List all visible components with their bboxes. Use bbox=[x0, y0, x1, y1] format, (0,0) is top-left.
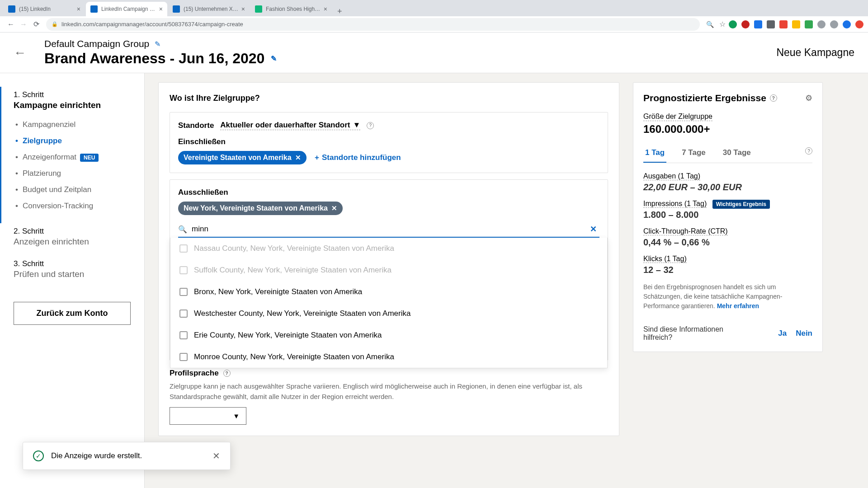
ctr-value: 0,44 % – 0,66 % bbox=[643, 237, 812, 248]
feedback-no-button[interactable]: Nein bbox=[796, 329, 812, 338]
favicon bbox=[173, 5, 180, 13]
location-chip-include[interactable]: Vereinigte Staaten von Amerika ✕ bbox=[178, 151, 307, 164]
suggestion-item[interactable]: Erie County, New York, Vereinigte Staate… bbox=[170, 324, 607, 346]
profile-language-section: Profilsprache ? Zielgruppe kann je nach … bbox=[170, 369, 608, 425]
audience-size-value: 160.000.000+ bbox=[643, 123, 812, 136]
avatar-icon[interactable] bbox=[843, 20, 851, 28]
suggestion-item[interactable]: Westchester County, New York, Vereinigte… bbox=[170, 303, 607, 324]
browser-tabs: (15) LinkedIn × LinkedIn Campaign Manage… bbox=[0, 0, 868, 16]
gear-icon[interactable]: ⚙ bbox=[805, 93, 812, 103]
suggestion-item[interactable]: Monroe County, New York, Vereinigte Staa… bbox=[170, 346, 607, 368]
suggestion-item: Suffolk County, New York, Vereinigte Sta… bbox=[170, 259, 607, 281]
help-icon[interactable]: ? bbox=[805, 147, 812, 155]
success-toast: ✓ Die Anzeige wurde erstellt. ✕ bbox=[23, 442, 231, 470]
add-locations-button[interactable]: + Standorte hinzufügen bbox=[315, 153, 401, 162]
close-icon[interactable]: × bbox=[324, 5, 327, 13]
url-field[interactable]: 🔒 linkedin.com/campaignmanager/account/5… bbox=[46, 18, 700, 31]
help-icon[interactable]: ? bbox=[367, 122, 374, 129]
location-type-dropdown[interactable]: Aktueller oder dauerhafter Standort ▼ bbox=[220, 121, 360, 130]
forecast-disclaimer: Bei den Ergebnisprognosen handelt es sic… bbox=[643, 282, 812, 311]
sidebar-item-format[interactable]: AnzeigenformatNEU bbox=[14, 149, 131, 165]
tab-7-days[interactable]: 7 Tage bbox=[680, 144, 708, 163]
help-icon[interactable]: ? bbox=[223, 370, 231, 377]
step-2[interactable]: 2. Schritt Anzeigen einrichten bbox=[0, 223, 144, 256]
sidebar-item-audience[interactable]: Zielgruppe bbox=[14, 133, 131, 149]
extension-icon[interactable] bbox=[792, 20, 800, 28]
extension-icons bbox=[729, 20, 863, 28]
extension-icon[interactable] bbox=[779, 20, 788, 28]
checkbox bbox=[179, 244, 188, 253]
url-bar: ← → ⟳ 🔒 linkedin.com/campaignmanager/acc… bbox=[0, 16, 868, 33]
back-button[interactable]: ← bbox=[5, 18, 17, 31]
tab-title: (15) LinkedIn bbox=[19, 6, 74, 12]
tab-title: LinkedIn Campaign Manager bbox=[101, 6, 156, 12]
tab-title: (15) Unternehmen XYZ: Admin bbox=[184, 6, 239, 12]
edit-icon[interactable]: ✎ bbox=[155, 40, 160, 48]
sidebar-item-budget[interactable]: Budget und Zeitplan bbox=[14, 182, 131, 198]
tab-1-day[interactable]: 1 Tag bbox=[643, 144, 666, 163]
close-icon[interactable]: × bbox=[159, 5, 163, 13]
extension-icon[interactable] bbox=[805, 20, 813, 28]
step-3[interactable]: 3. Schritt Prüfen und starten bbox=[0, 256, 144, 288]
suggestion-item[interactable]: Bronx, New York, Vereinigte Staaten von … bbox=[170, 281, 607, 303]
feedback-yes-button[interactable]: Ja bbox=[778, 329, 787, 338]
checkbox[interactable] bbox=[179, 310, 188, 318]
back-to-account-button[interactable]: Zurück zum Konto bbox=[14, 302, 131, 325]
checkbox[interactable] bbox=[179, 353, 188, 361]
step-number: 3. Schritt bbox=[14, 259, 131, 268]
help-icon[interactable]: ? bbox=[770, 94, 777, 102]
card-heading: Wo ist Ihre Zielgruppe? bbox=[170, 94, 608, 103]
url-text: linkedin.com/campaignmanager/account/508… bbox=[61, 21, 243, 28]
extension-icon[interactable] bbox=[817, 20, 826, 28]
browser-tab-active[interactable]: LinkedIn Campaign Manager × bbox=[86, 2, 167, 16]
extension-icon[interactable] bbox=[754, 20, 762, 28]
forecast-title: Prognostizierte Ergebnisse ? bbox=[643, 93, 777, 103]
extension-icon[interactable] bbox=[830, 20, 838, 28]
chevron-down-icon: ▼ bbox=[233, 412, 240, 420]
campaign-group-title: Default Campaign Group ✎ bbox=[44, 38, 776, 49]
step-title: Prüfen und starten bbox=[14, 269, 131, 279]
new-tab-button[interactable]: + bbox=[333, 7, 347, 16]
close-icon[interactable]: × bbox=[241, 5, 245, 13]
impressions-value: 1.800 – 8.000 bbox=[643, 210, 812, 220]
extension-icon[interactable] bbox=[855, 20, 863, 28]
location-search: 🔍 ✕ bbox=[178, 221, 599, 238]
extension-icon[interactable] bbox=[741, 20, 750, 28]
tab-30-days[interactable]: 30 Tage bbox=[721, 144, 753, 163]
audience-card: Wo ist Ihre Zielgruppe? Standorte Aktuel… bbox=[158, 82, 619, 436]
zoom-icon[interactable]: 🔍 bbox=[703, 18, 716, 31]
location-chip-exclude[interactable]: New York, Vereinigte Staaten von Amerika… bbox=[178, 202, 343, 215]
sidebar-item-objective[interactable]: Kampagnenziel bbox=[14, 117, 131, 133]
location-search-input[interactable] bbox=[192, 225, 587, 234]
key-result-badge: Wichtiges Ergebnis bbox=[712, 200, 770, 209]
forward-button[interactable]: → bbox=[17, 18, 30, 31]
close-icon[interactable]: ✕ bbox=[212, 450, 220, 461]
new-badge: NEU bbox=[80, 154, 99, 162]
browser-tab[interactable]: (15) Unternehmen XYZ: Admin × bbox=[168, 2, 250, 16]
extension-icon[interactable] bbox=[729, 20, 737, 28]
sidebar-item-placement[interactable]: Platzierung bbox=[14, 165, 131, 182]
language-select[interactable]: ▼ bbox=[170, 407, 246, 425]
back-arrow[interactable]: ← bbox=[14, 46, 26, 60]
star-icon[interactable]: ☆ bbox=[716, 18, 729, 31]
checkbox bbox=[179, 266, 188, 274]
close-icon[interactable]: × bbox=[77, 5, 80, 13]
browser-tab[interactable]: (15) LinkedIn × bbox=[4, 2, 85, 16]
check-circle-icon: ✓ bbox=[33, 450, 44, 461]
learn-more-link[interactable]: Mehr erfahren bbox=[717, 302, 759, 310]
checkbox[interactable] bbox=[179, 288, 188, 296]
forecast-panel: Prognostizierte Ergebnisse ? ⚙ Größe der… bbox=[633, 82, 823, 352]
wizard-sidebar: 1. Schritt Kampagne einrichten Kampagnen… bbox=[0, 73, 145, 488]
reload-button[interactable]: ⟳ bbox=[30, 18, 42, 31]
sidebar-item-conversion[interactable]: Conversion-Tracking bbox=[14, 198, 131, 214]
favicon bbox=[255, 5, 262, 13]
browser-tab[interactable]: Fashion Shoes High · Free photo × bbox=[250, 2, 332, 16]
extension-icon[interactable] bbox=[767, 20, 775, 28]
step-number: 2. Schritt bbox=[14, 227, 131, 236]
clear-search-icon[interactable]: ✕ bbox=[587, 224, 599, 234]
remove-chip-icon[interactable]: ✕ bbox=[295, 154, 301, 162]
profile-language-label: Profilsprache bbox=[170, 369, 219, 378]
edit-icon[interactable]: ✎ bbox=[271, 54, 277, 63]
checkbox[interactable] bbox=[179, 331, 188, 339]
remove-chip-icon[interactable]: ✕ bbox=[331, 204, 337, 212]
